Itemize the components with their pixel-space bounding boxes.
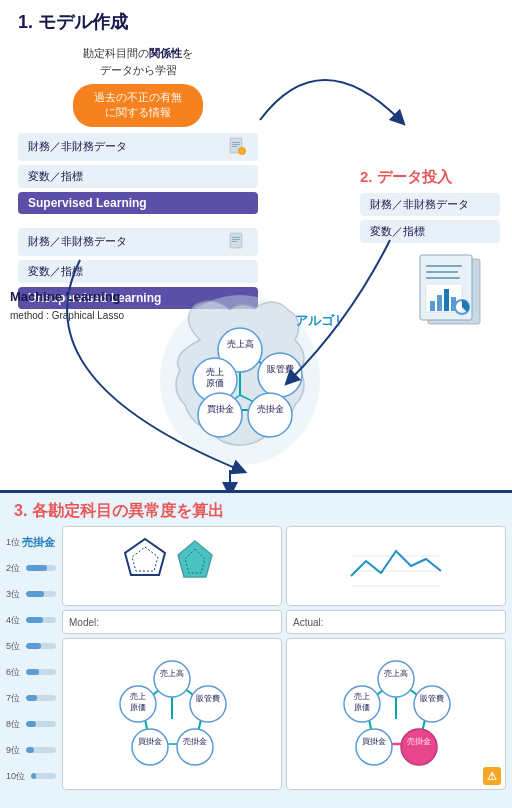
supervised-data-row2: 変数／指標: [18, 165, 258, 188]
bottom-network-row: 売上高 販管費 売上 原価 買掛金 売掛金: [62, 638, 506, 790]
unsupervised-data-row1: 財務／非財務データ: [18, 228, 258, 256]
supervised-data-row1: 財務／非財務データ !: [18, 133, 258, 161]
svg-text:売上高: 売上高: [227, 339, 254, 349]
step1-title-text: 1. モデル作成: [18, 12, 128, 32]
svg-point-81: [401, 729, 437, 765]
rank-item-8: 8位: [6, 712, 56, 736]
line-chart-box: [286, 526, 506, 606]
supervised-row1-label: 財務／非財務データ: [28, 139, 127, 154]
step3-label: 3. 各勘定科目の異常度を算出: [0, 493, 512, 526]
brain-svg: 売上高 販管費 売上 原価 買掛金 売掛金 アルゴリズム: [140, 290, 340, 470]
svg-point-57: [190, 686, 226, 722]
rank-bar-8: [26, 721, 56, 727]
svg-point-79: [356, 729, 392, 765]
step1-label: 1. モデル作成: [18, 10, 128, 34]
network1-svg: 売上高 販管費 売上 原価 買掛金 売掛金: [100, 649, 245, 779]
svg-text:販管費: 販管費: [267, 364, 294, 374]
network2-svg: 売上高 販管費 売上 原価 買掛金 売掛金: [324, 649, 469, 779]
rank-bar-4: [26, 617, 56, 623]
supervised-bar: Supervised Learning: [18, 192, 258, 214]
svg-point-37: [198, 393, 242, 437]
step2-num: 2.: [360, 168, 373, 185]
rank-item-7: 7位: [6, 686, 56, 710]
pentagon-chart-area: [62, 526, 282, 606]
doc-icon-small-2: [228, 232, 248, 252]
svg-rect-16: [430, 301, 435, 311]
document-illustration: [410, 251, 500, 331]
step3-title: 3. 各勘定科目の異常度を算出: [14, 502, 224, 519]
algo-area: 売上高 販管費 売上 原価 買掛金 売掛金 アルゴリズム: [140, 290, 340, 470]
rank-item-9: 9位: [6, 738, 56, 762]
svg-point-62: [132, 729, 168, 765]
model-actual-row: Model: Actual:: [62, 610, 506, 634]
rank-bar-2: [26, 565, 56, 571]
svg-text:売上高: 売上高: [160, 669, 184, 678]
top-charts: [62, 526, 506, 606]
rank-num-4: 4位: [6, 614, 20, 627]
rank-num-5: 5位: [6, 640, 20, 653]
svg-marker-43: [132, 547, 158, 571]
warning-badge: ⚠: [483, 767, 501, 785]
rank-num-1: 1位: [6, 536, 20, 549]
svg-text:買掛金: 買掛金: [138, 737, 162, 746]
step2-row1-label: 財務／非財務データ: [370, 198, 469, 210]
orange-info-btn: 過去の不正の有無 に関する情報: [73, 84, 203, 127]
svg-point-32: [258, 353, 302, 397]
rank-bar-5: [26, 643, 56, 649]
svg-text:売掛金: 売掛金: [183, 737, 207, 746]
rank-item-2: 2位: [6, 556, 56, 580]
ml-method: method : Graphical Lasso: [10, 310, 124, 321]
unsupervised-row2-label: 変数／指標: [28, 264, 83, 279]
rank-bar-3: [26, 591, 56, 597]
svg-marker-42: [125, 539, 165, 575]
rank-item-1: 1位 売掛金: [6, 530, 56, 554]
bottom-inner: 1位 売掛金 2位 3位 4位 5位 6位: [0, 526, 512, 796]
svg-rect-9: [232, 241, 237, 242]
rank-item-6: 6位: [6, 660, 56, 684]
svg-rect-13: [426, 271, 458, 273]
rank-num-8: 8位: [6, 718, 20, 731]
network-panel-2: 売上高 販管費 売上 原価 買掛金 売掛金 ⚠: [286, 638, 506, 790]
rank-item-10: 10位: [6, 764, 56, 788]
rank-num-10: 10位: [6, 770, 25, 783]
rank-num-9: 9位: [6, 744, 20, 757]
rank-bar-10: [31, 773, 56, 779]
svg-point-74: [414, 686, 450, 722]
step2-row2: 変数／指標: [360, 220, 500, 243]
svg-marker-44: [178, 541, 212, 577]
svg-rect-14: [426, 277, 460, 279]
rank-item-3: 3位: [6, 582, 56, 606]
model-box: Model:: [62, 610, 282, 634]
ml-title: Machine Learning: [10, 289, 121, 304]
step2-row1: 財務／非財務データ: [360, 193, 500, 216]
left-column: 勘定科目間の関係性をデータから学習 過去の不正の有無 に関する情報 財務／非財務…: [18, 45, 258, 315]
svg-point-72: [378, 661, 414, 697]
svg-text:売掛金: 売掛金: [407, 737, 431, 746]
charts-right: Model: Actual:: [62, 526, 506, 790]
svg-text:!: !: [241, 149, 242, 155]
supervised-label: Supervised Learning: [28, 196, 147, 210]
line-chart-svg: [341, 531, 451, 601]
actual-label: Actual:: [293, 617, 324, 628]
step2-row2-label: 変数／指標: [370, 225, 425, 237]
rank-name-1: 売掛金: [22, 535, 55, 550]
svg-point-55: [154, 661, 190, 697]
supervised-row2-label: 変数／指標: [28, 169, 83, 184]
top-section: 1. モデル作成 勘定科目間の関係性をデータから学習 過去の不正の有無 に関する…: [0, 0, 512, 490]
pentagon-svg: [117, 531, 227, 601]
step2-area: 2. データ投入 財務／非財務データ 変数／指標: [360, 168, 500, 331]
svg-text:売上: 売上: [354, 692, 370, 701]
svg-text:販管費: 販管費: [196, 694, 220, 703]
svg-text:売上: 売上: [206, 367, 224, 377]
rank-bar-7: [26, 695, 56, 701]
svg-text:原価: 原価: [206, 378, 224, 388]
orange-btn-line1: 過去の不正の有無: [94, 91, 182, 103]
svg-rect-12: [426, 265, 462, 267]
rank-list: 1位 売掛金 2位 3位 4位 5位 6位: [6, 526, 56, 790]
orange-btn-line2: に関する情報: [105, 106, 171, 118]
rank-bar-6: [26, 669, 56, 675]
svg-point-39: [248, 393, 292, 437]
svg-text:販管費: 販管費: [420, 694, 444, 703]
svg-rect-18: [444, 289, 449, 311]
svg-text:原価: 原価: [354, 703, 370, 712]
